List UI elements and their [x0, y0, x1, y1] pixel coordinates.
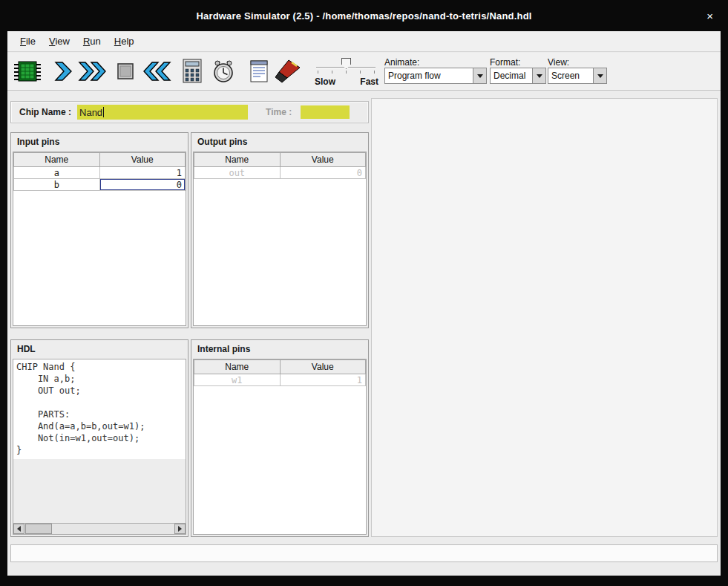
pin-value: 1 [280, 374, 366, 386]
slider-tick [360, 71, 361, 74]
slider-tick [318, 71, 318, 74]
horizontal-scrollbar[interactable] [13, 523, 186, 534]
hdl-view[interactable]: CHIP Nand { IN a,b; OUT out; PARTS: And(… [13, 359, 186, 535]
reset-button[interactable] [141, 56, 172, 87]
pin-value[interactable]: 1 [99, 167, 186, 179]
column-header-value: Value [280, 360, 366, 374]
view-dropdown[interactable]: Screen [548, 68, 607, 84]
view-hdl-button[interactable] [243, 56, 275, 87]
table-row: b 0 [14, 179, 186, 191]
column-header-value: Value [280, 153, 366, 167]
text-caret [103, 107, 104, 117]
view-dropdown-button[interactable] [593, 68, 606, 83]
arrow-right-icon [178, 526, 182, 532]
hdl-panel: HDL CHIP Nand { IN a,b; OUT out; PARTS: … [10, 339, 188, 537]
stop-icon [114, 60, 137, 82]
output-pins-title: Output pins [191, 133, 368, 149]
hdl-code-line: IN a,b; [16, 373, 184, 385]
view-hdl-icon [249, 59, 269, 83]
column-header-name: Name [14, 153, 100, 167]
hdl-code-line: OUT out; [16, 385, 184, 397]
animate-dropdown-button[interactable] [473, 68, 486, 83]
screen-view-area [371, 98, 718, 537]
input-pins-table: Name Value a 1 b 0 [13, 152, 186, 326]
status-bar [10, 544, 718, 562]
arrow-left-icon [17, 526, 21, 532]
hdl-code-line [16, 397, 184, 408]
slider-tick [374, 71, 375, 74]
input-pins-panel: Input pins Name Value a 1 [10, 132, 188, 328]
slider-tick [332, 71, 332, 74]
pin-name: w1 [194, 374, 281, 386]
calculator-button[interactable] [177, 56, 208, 87]
input-pins-title: Input pins [11, 133, 188, 149]
stop-button[interactable] [110, 56, 141, 87]
table-row: w1 1 [194, 374, 366, 386]
chevron-down-icon [477, 74, 483, 78]
hdl-code-line: CHIP Nand { [16, 361, 184, 373]
slider-tick [346, 71, 347, 74]
pin-value-editing[interactable]: 0 [99, 179, 186, 191]
load-chip-icon [13, 60, 42, 82]
chevron-down-icon [597, 74, 603, 78]
run-icon [78, 60, 108, 82]
clear-icon [272, 59, 302, 84]
single-step-button[interactable] [47, 56, 79, 87]
pin-name[interactable]: a [14, 167, 100, 179]
slider-slow-label: Slow [315, 76, 335, 87]
output-pins-table: Name Value out 0 [193, 152, 367, 326]
run-button[interactable] [77, 56, 108, 87]
clock-button[interactable] [208, 56, 239, 87]
calculator-icon [181, 59, 203, 84]
scroll-right-button[interactable] [174, 524, 186, 534]
format-dropdown-button[interactable] [532, 68, 545, 83]
format-dropdown[interactable]: Decimal [490, 68, 546, 84]
scrollbar-thumb[interactable] [25, 524, 52, 534]
menu-help[interactable]: Help [108, 33, 141, 49]
toolbar: Slow Fast Animate: Program flow Format: … [7, 53, 721, 91]
close-button[interactable]: × [706, 10, 713, 22]
window-content: File View Run Help [7, 31, 721, 576]
chip-name-input[interactable]: Nand [77, 105, 248, 120]
chip-name-bar: Chip Name : Nand Time : [10, 101, 369, 123]
menu-view[interactable]: View [42, 33, 76, 49]
column-header-value: Value [99, 153, 186, 167]
load-chip-button[interactable] [12, 56, 43, 87]
pin-value: 0 [280, 167, 366, 179]
pin-name[interactable]: b [14, 179, 100, 191]
clear-button[interactable] [272, 56, 303, 87]
internal-pins-panel: Internal pins Name Value w1 1 [191, 339, 369, 537]
hdl-code-line: } [16, 444, 184, 456]
internal-pins-title: Internal pins [191, 340, 368, 357]
view-value: Screen [548, 68, 593, 83]
hdl-code-line: Not(in=w1,out=out); [16, 432, 184, 444]
column-header-name: Name [194, 153, 281, 167]
internal-pins-table: Name Value w1 1 [193, 359, 367, 535]
menu-file[interactable]: File [13, 33, 42, 49]
table-row: a 1 [14, 167, 186, 179]
animate-label: Animate: [384, 57, 419, 68]
window-title: Hardware Simulator (2.5) - /home/thomas/… [196, 10, 531, 22]
reset-icon [142, 60, 171, 82]
format-value: Decimal [491, 68, 532, 83]
scroll-left-button[interactable] [13, 524, 24, 534]
chip-name-label: Chip Name : [19, 107, 71, 117]
animate-value: Program flow [385, 68, 473, 83]
hardware-simulator-window: Hardware Simulator (2.5) - /home/thomas/… [0, 0, 728, 586]
format-label: Format: [490, 57, 520, 68]
titlebar[interactable]: Hardware Simulator (2.5) - /home/thomas/… [0, 0, 728, 31]
hdl-code: CHIP Nand { IN a,b; OUT out; PARTS: And(… [13, 359, 186, 459]
menubar: File View Run Help [7, 31, 721, 52]
table-row: out 0 [194, 167, 366, 179]
chevron-down-icon [537, 74, 542, 78]
clock-icon [211, 59, 236, 84]
slider-fast-label: Fast [360, 76, 378, 87]
animate-dropdown[interactable]: Program flow [384, 68, 487, 84]
pin-name: out [194, 167, 281, 179]
menu-run[interactable]: Run [76, 33, 108, 49]
time-label: Time : [266, 107, 292, 117]
speed-slider[interactable]: Slow Fast [313, 54, 378, 88]
time-input [301, 105, 350, 119]
hdl-code-line: PARTS: [16, 408, 184, 420]
output-pins-panel: Output pins Name Value out 0 [191, 132, 369, 328]
